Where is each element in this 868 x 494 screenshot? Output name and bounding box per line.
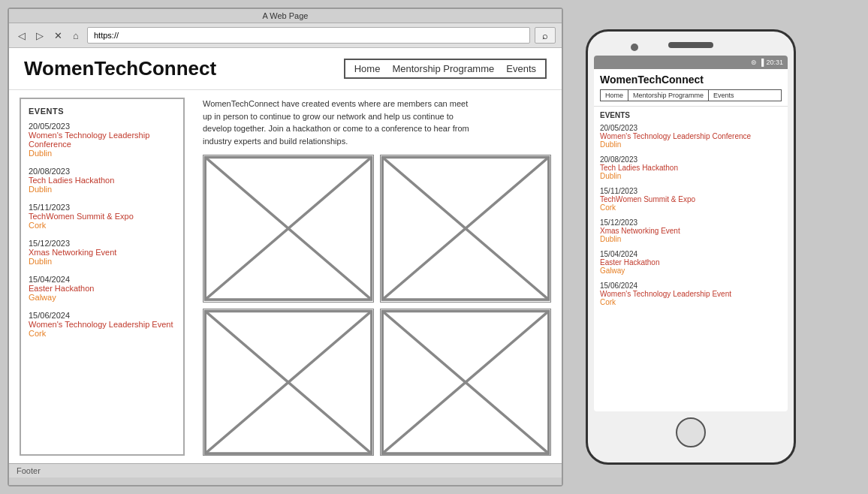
phone-list-item: 15/06/2024 Women's Technology Leadership… <box>600 282 782 306</box>
phone-event-name[interactable]: Tech Ladies Hackathon <box>600 164 782 172</box>
phone-site-header: WomenTechConnect Home Mentorship Program… <box>594 69 788 107</box>
image-placeholder-3 <box>203 309 374 456</box>
footer-text: Footer <box>17 466 41 475</box>
address-bar[interactable] <box>87 27 530 44</box>
list-item: 15/06/2024 Women's Technology Leadership… <box>29 311 176 338</box>
phone-nav-events[interactable]: Events <box>709 90 739 101</box>
phone-site-logo: WomenTechConnect <box>600 74 782 86</box>
phone-nav-home[interactable]: Home <box>601 90 628 101</box>
nav-home[interactable]: Home <box>354 63 381 74</box>
image-placeholder-4 <box>380 309 551 456</box>
site-header: WomenTechConnect Home Mentorship Program… <box>9 48 562 90</box>
event-location[interactable]: Dublin <box>29 257 176 266</box>
event-location[interactable]: Galway <box>29 293 176 302</box>
phone-event-date: 15/11/2023 <box>600 187 782 195</box>
browser-window: A Web Page ◁ ▷ ✕ ⌂ ⌕ WomenTechConnect Ho… <box>8 8 563 486</box>
phone-event-location[interactable]: Dublin <box>600 172 782 180</box>
phone-event-name[interactable]: TechWomen Summit & Expo <box>600 195 782 203</box>
site-navigation: Home Mentorship Programme Events <box>344 59 547 79</box>
forward-button[interactable]: ▷ <box>33 29 47 42</box>
phone-event-location[interactable]: Dublin <box>600 235 782 243</box>
search-button[interactable]: ⌕ <box>535 27 556 44</box>
phone-event-location[interactable]: Cork <box>600 298 782 306</box>
intro-paragraph: WomenTechConnect have created events whe… <box>203 98 473 147</box>
browser-title: A Web Page <box>263 11 309 20</box>
event-date: 15/11/2023 <box>29 203 176 212</box>
search-icon: ⌕ <box>542 30 548 41</box>
phone-nav-mentorship[interactable]: Mentorship Programme <box>628 90 709 101</box>
events-sidebar: EVENTS 20/05/2023 Women's Technology Lea… <box>20 98 185 456</box>
phone-wifi-icon: ⊜ <box>751 59 757 66</box>
back-button[interactable]: ◁ <box>15 29 29 42</box>
event-date: 20/05/2023 <box>29 122 176 131</box>
phone-outer: ⊜ ▐ 20:31 WomenTechConnect Home Mentorsh… <box>586 29 796 465</box>
phone-status-bar: ⊜ ▐ 20:31 <box>594 56 788 69</box>
image-grid <box>203 155 551 456</box>
phone-event-date: 15/06/2024 <box>600 282 782 290</box>
site-logo: WomenTechConnect <box>24 57 216 80</box>
image-placeholder-1 <box>203 155 374 303</box>
browser-title-bar: A Web Page <box>9 9 562 23</box>
event-name[interactable]: TechWomen Summit & Expo <box>29 212 176 221</box>
phone-time: 20:31 <box>766 59 783 66</box>
phone-site-navigation: Home Mentorship Programme Events <box>600 89 782 101</box>
main-content: WomenTechConnect have created events whe… <box>192 90 562 463</box>
sidebar-events-title: EVENTS <box>29 107 176 116</box>
list-item: 15/12/2023 Xmas Networking Event Dublin <box>29 239 176 266</box>
event-date: 15/04/2024 <box>29 275 176 284</box>
phone-event-location[interactable]: Dublin <box>600 140 782 149</box>
scrollbar[interactable] <box>9 477 562 485</box>
event-date: 20/08/2023 <box>29 167 176 176</box>
event-name[interactable]: Easter Hackathon <box>29 284 176 293</box>
phone-body: EVENTS 20/05/2023 Women's Technology Lea… <box>594 107 788 411</box>
event-location[interactable]: Cork <box>29 329 176 338</box>
phone-event-location[interactable]: Cork <box>600 203 782 212</box>
event-date: 15/12/2023 <box>29 239 176 248</box>
event-location[interactable]: Dublin <box>29 149 176 158</box>
list-item: 20/08/2023 Tech Ladies Hackathon Dublin <box>29 167 176 194</box>
phone-event-name[interactable]: Women's Technology Leadership Event <box>600 290 782 298</box>
phone-home-button[interactable] <box>676 417 706 447</box>
event-name[interactable]: Tech Ladies Hackathon <box>29 176 176 185</box>
event-location[interactable]: Dublin <box>29 185 176 194</box>
phone-event-name[interactable]: Xmas Networking Event <box>600 227 782 235</box>
back-icon: ◁ <box>18 30 26 41</box>
phone-event-date: 20/08/2023 <box>600 155 782 164</box>
event-date: 15/06/2024 <box>29 311 176 320</box>
phone-speaker <box>668 42 713 48</box>
phone-event-date: 20/05/2023 <box>600 124 782 132</box>
list-item: 20/05/2023 Women's Technology Leadership… <box>29 122 176 158</box>
phone-event-name[interactable]: Women's Technology Leadership Conference <box>600 132 782 140</box>
event-location[interactable]: Cork <box>29 221 176 230</box>
phone-event-location[interactable]: Galway <box>600 267 782 275</box>
home-icon: ⌂ <box>73 30 79 41</box>
site-body: EVENTS 20/05/2023 Women's Technology Lea… <box>9 90 562 463</box>
image-placeholder-2 <box>380 155 551 303</box>
nav-events[interactable]: Events <box>506 63 536 74</box>
list-item: 15/11/2023 TechWomen Summit & Expo Cork <box>29 203 176 230</box>
list-item: 15/04/2024 Easter Hackathon Galway <box>29 275 176 302</box>
site-footer: Footer <box>9 463 562 477</box>
event-name[interactable]: Xmas Networking Event <box>29 248 176 257</box>
close-icon: ✕ <box>54 30 62 41</box>
phone-list-item: 20/05/2023 Women's Technology Leadership… <box>600 124 782 149</box>
browser-toolbar: ◁ ▷ ✕ ⌂ ⌕ <box>9 23 562 48</box>
phone-screen: ⊜ ▐ 20:31 WomenTechConnect Home Mentorsh… <box>594 56 788 411</box>
nav-mentorship[interactable]: Mentorship Programme <box>392 63 494 74</box>
phone-list-item: 15/11/2023 TechWomen Summit & Expo Cork <box>600 187 782 212</box>
phone-list-item: 15/12/2023 Xmas Networking Event Dublin <box>600 218 782 243</box>
forward-icon: ▷ <box>36 30 44 41</box>
phone-list-item: 15/04/2024 Easter Hackathon Galway <box>600 250 782 275</box>
phone-event-date: 15/12/2023 <box>600 218 782 227</box>
phone-signal-icon: ▐ <box>759 59 764 66</box>
phone-event-name[interactable]: Easter Hackathon <box>600 258 782 267</box>
event-name[interactable]: Women's Technology Leadership Event <box>29 320 176 329</box>
phone-events-title: EVENTS <box>600 111 782 119</box>
phone-list-item: 20/08/2023 Tech Ladies Hackathon Dublin <box>600 155 782 180</box>
phone-camera <box>631 44 638 51</box>
phone-event-date: 15/04/2024 <box>600 250 782 258</box>
close-button[interactable]: ✕ <box>51 29 65 42</box>
home-button[interactable]: ⌂ <box>69 29 83 42</box>
phone-mockup: ⊜ ▐ 20:31 WomenTechConnect Home Mentorsh… <box>578 8 803 486</box>
event-name[interactable]: Women's Technology Leadership Conference <box>29 131 176 149</box>
